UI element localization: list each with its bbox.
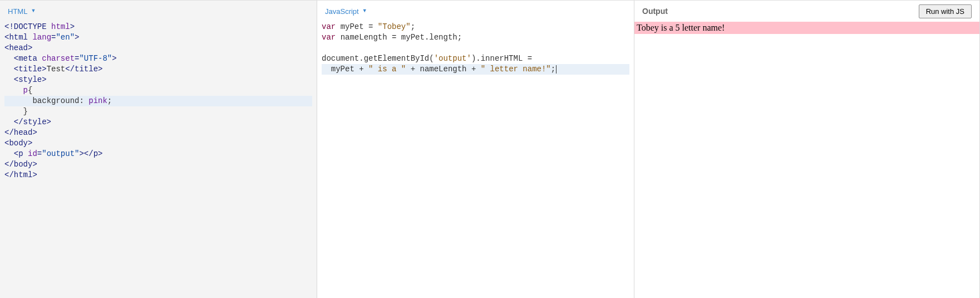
html-panel-label: HTML [8, 7, 27, 16]
text-cursor [556, 65, 557, 74]
code-line[interactable]: <!DOCTYPE html> [4, 22, 312, 32]
html-panel: HTML ▼ <!DOCTYPE html><html lang="en"><h… [0, 1, 317, 298]
code-line[interactable]: <head> [4, 43, 312, 53]
code-line[interactable]: myPet + " is a " + nameLength + " letter… [322, 64, 629, 75]
code-line[interactable]: } [4, 106, 312, 117]
javascript-code-editor[interactable]: var myPet = "Tobey";var nameLength = myP… [317, 22, 634, 298]
javascript-panel-label: JavaScript [325, 7, 359, 16]
output-panel-header: Output Run with JS [634, 1, 979, 22]
code-line[interactable]: background: pink; [4, 96, 312, 106]
code-line[interactable]: var nameLength = myPet.length; [322, 32, 629, 43]
code-line[interactable]: </head> [4, 128, 312, 138]
chevron-down-icon: ▼ [31, 8, 36, 13]
code-line[interactable]: p{ [4, 85, 312, 96]
chevron-down-icon: ▼ [362, 8, 367, 13]
run-with-js-button[interactable]: Run with JS [919, 4, 972, 18]
code-line[interactable] [322, 43, 629, 53]
code-line[interactable]: <p id="output"></p> [4, 149, 312, 159]
code-line[interactable]: <body> [4, 138, 312, 149]
javascript-panel-tab[interactable]: JavaScript ▼ [317, 1, 634, 22]
output-panel: Output Run with JS Tobey is a 5 letter n… [634, 1, 980, 298]
editor-panels: HTML ▼ <!DOCTYPE html><html lang="en"><h… [0, 1, 980, 298]
output-panel-label: Output [642, 7, 668, 16]
output-body: Tobey is a 5 letter name! [634, 22, 979, 298]
code-line[interactable]: </html> [4, 170, 312, 180]
html-panel-tab[interactable]: HTML ▼ [0, 1, 317, 22]
javascript-panel: JavaScript ▼ var myPet = "Tobey";var nam… [317, 1, 634, 298]
code-line[interactable]: </body> [4, 159, 312, 170]
code-line[interactable]: <html lang="en"> [4, 32, 312, 43]
code-line[interactable]: document.getElementById('output').innerH… [322, 53, 629, 64]
html-code-editor[interactable]: <!DOCTYPE html><html lang="en"><head> <m… [0, 22, 317, 298]
code-line[interactable]: var myPet = "Tobey"; [322, 22, 629, 32]
code-line[interactable]: <meta charset="UTF-8"> [4, 53, 312, 64]
code-line[interactable]: <style> [4, 75, 312, 85]
code-line[interactable]: </style> [4, 117, 312, 128]
code-line[interactable]: <title>Test</title> [4, 64, 312, 75]
output-result-text: Tobey is a 5 letter name! [634, 22, 979, 34]
